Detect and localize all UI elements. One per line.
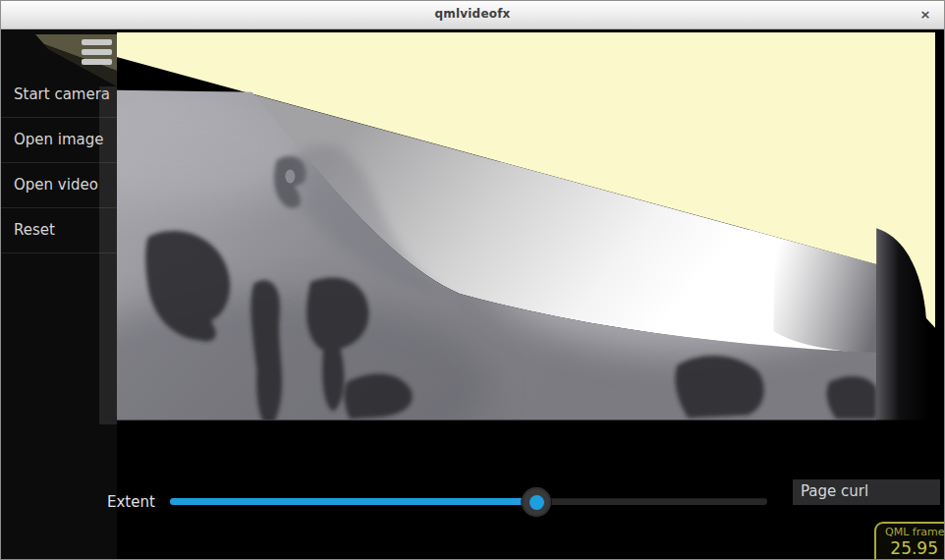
window-titlebar: qmlvideofx × [1,1,944,29]
fps-badge-value: 25.95 [885,538,945,558]
fps-badge: QML frame r... 25.95 [874,522,945,560]
sidebar: Start camera Open image Open video Reset [1,29,117,559]
extent-slider-track[interactable] [170,498,767,505]
window-title: qmlvideofx [1,7,944,21]
sidebar-translucent-strip [99,86,117,424]
slider-handle-dot [529,495,544,510]
app-window: qmlvideofx × [0,0,945,560]
hamburger-icon [82,39,113,65]
extent-label: Extent [107,493,155,511]
close-icon: × [920,7,931,22]
close-button[interactable]: × [915,4,936,26]
extent-slider-fill [170,498,536,505]
fps-badge-label: QML frame r... [885,526,945,538]
extent-slider-handle[interactable] [522,487,551,517]
effect-selector-button[interactable]: Page curl [793,479,940,505]
menu-button[interactable] [82,39,113,69]
